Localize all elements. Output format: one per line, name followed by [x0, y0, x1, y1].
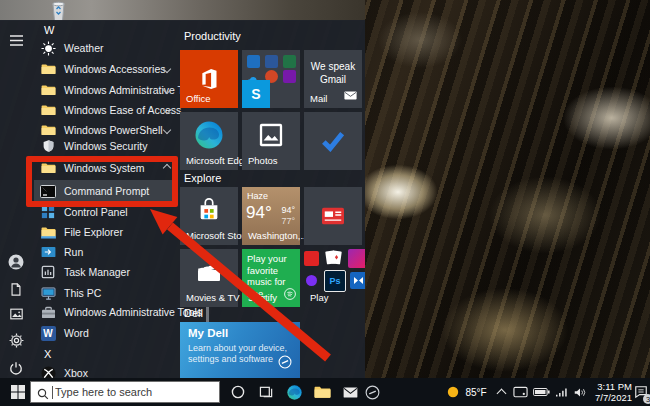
app-item-file-explorer[interactable]: File Explorer — [30, 222, 178, 242]
tile-panel: Productivity Office S We speak Gma — [178, 20, 365, 378]
cortana-button[interactable] — [224, 378, 252, 406]
group-header-dell[interactable]: Dell — [184, 305, 203, 321]
news-tile[interactable] — [304, 187, 362, 245]
word-icon: W — [40, 325, 56, 341]
documents-icon[interactable] — [6, 279, 26, 299]
clock[interactable]: 3:11 PM 7/7/2021 — [584, 381, 632, 403]
office-apps-folder-tile[interactable]: S — [242, 50, 300, 108]
settings-gear-icon[interactable] — [6, 330, 26, 350]
photos-tile[interactable]: Photos — [242, 112, 300, 170]
roblox-icon — [304, 251, 319, 266]
solitaire-icon — [324, 249, 344, 268]
movie-app-icon — [350, 272, 365, 289]
excel-icon — [283, 55, 296, 68]
movies-tv-tile[interactable]: Movies & TV — [180, 249, 238, 307]
edge-tile[interactable]: Microsoft Edge — [180, 112, 238, 170]
envelope-icon — [344, 86, 357, 104]
app-item-xbox[interactable]: Xbox — [30, 363, 178, 378]
spotify-logo-icon — [284, 286, 296, 304]
mail-promo: We speak Gmail — [304, 60, 362, 86]
run-icon — [40, 244, 56, 260]
edge-taskbar-icon[interactable] — [280, 378, 308, 406]
weather-sun-icon[interactable] — [445, 378, 461, 406]
app-item-windows-admin-tools-2[interactable]: Windows Administrative Tools — [30, 302, 178, 322]
section-header-w[interactable]: W — [44, 20, 54, 40]
power-icon[interactable] — [6, 358, 26, 378]
game-dot-icon — [306, 275, 317, 286]
app-item-windows-ease-of-access[interactable]: Windows Ease of Access — [30, 100, 178, 120]
store-icon — [180, 187, 238, 233]
skype-tile[interactable]: S — [242, 80, 270, 108]
dell-taskbar-icon[interactable] — [358, 378, 386, 406]
clapperboard-icon — [180, 249, 238, 295]
weather-tile[interactable]: Haze 94° 94° 77° Washington,... — [242, 187, 300, 245]
app-item-windows-security[interactable]: Windows Security — [30, 136, 178, 156]
battery-icon[interactable] — [531, 378, 551, 406]
group-header-productivity[interactable]: Productivity — [184, 28, 241, 44]
game-tile-icon — [348, 249, 365, 268]
dell-logo-icon — [278, 355, 292, 373]
task-view-button[interactable] — [252, 378, 280, 406]
hamburger-menu-icon[interactable] — [6, 30, 26, 50]
recycle-bin-icon[interactable] — [46, 0, 72, 21]
search-input[interactable] — [30, 381, 220, 403]
word-mini-icon — [265, 55, 278, 68]
taskbar: 85°F 3:11 PM 7/7/2021 3 — [0, 378, 650, 406]
onenote-icon — [283, 70, 296, 83]
xbox-icon — [40, 365, 56, 378]
group-header-explore[interactable]: Explore — [184, 170, 221, 186]
todo-check-icon — [304, 112, 362, 170]
network-signal-icon[interactable] — [553, 378, 571, 406]
spotify-tile[interactable]: Play your favorite music for free. Spoti… — [242, 249, 300, 307]
app-item-this-pc[interactable]: This PC — [30, 283, 178, 303]
tray-time: 3:11 PM — [584, 381, 632, 392]
folder-icon — [40, 82, 56, 98]
folder-icon — [40, 61, 56, 77]
account-icon[interactable] — [6, 252, 26, 272]
folder-icon — [40, 102, 56, 118]
photos-icon — [242, 112, 300, 158]
app-item-weather[interactable]: Weather — [30, 38, 178, 58]
start-button[interactable] — [4, 378, 32, 406]
photoshop-icon: Ps — [324, 270, 346, 292]
sun-icon — [40, 40, 56, 56]
play-group-tiles[interactable]: Ps Play — [304, 249, 362, 307]
my-dell-tile[interactable]: My Dell Learn about your device, setting… — [180, 322, 300, 378]
tray-temperature[interactable]: 85°F — [462, 378, 490, 406]
section-header-x[interactable]: X — [44, 344, 51, 364]
chevron-down-icon[interactable] — [163, 126, 171, 134]
news-icon — [304, 187, 362, 245]
file-explorer-icon — [40, 224, 56, 240]
outlook-icon — [247, 55, 260, 68]
file-explorer-taskbar-icon[interactable] — [308, 378, 336, 406]
todo-tile[interactable] — [304, 112, 362, 170]
task-manager-icon — [40, 264, 56, 280]
pictures-icon[interactable] — [6, 304, 26, 324]
tray-date: 7/7/2021 — [584, 392, 632, 403]
action-center-button[interactable]: 3 — [631, 378, 650, 406]
app-item-windows-admin-tools[interactable]: Windows Administrative Tools — [30, 80, 178, 100]
app-item-run[interactable]: Run — [30, 242, 178, 262]
microsoft-store-tile[interactable]: Microsoft Store — [180, 187, 238, 245]
app-item-task-manager[interactable]: Task Manager — [30, 262, 178, 282]
tablet-mode-icon[interactable] — [511, 378, 529, 406]
computer-icon — [40, 285, 56, 301]
mail-tile[interactable]: We speak Gmail Mail — [304, 50, 362, 108]
tray-chevron-up-icon[interactable] — [494, 378, 508, 406]
edge-icon — [180, 112, 238, 158]
notification-badge: 3 — [643, 394, 650, 404]
shield-icon — [40, 138, 56, 154]
annotation-highlight-box — [26, 156, 178, 207]
app-item-windows-accessories[interactable]: Windows Accessories — [30, 59, 178, 79]
toolbox-icon — [40, 304, 56, 320]
desktop: W Weather Windows Accessories Windows Ad… — [0, 0, 650, 406]
app-item-word[interactable]: W Word — [30, 323, 178, 343]
office-tile[interactable]: Office — [180, 50, 238, 108]
